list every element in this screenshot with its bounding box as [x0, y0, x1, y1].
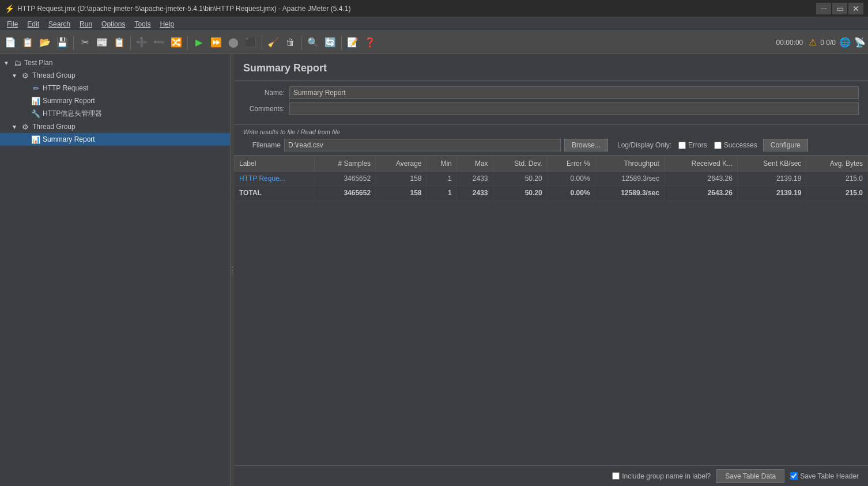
name-input[interactable]: [289, 86, 859, 99]
col-sent-kb[interactable]: Sent KB/sec: [737, 156, 806, 172]
save-header-checkbox[interactable]: [790, 472, 798, 480]
tree-item-http-request[interactable]: ✏ HTTP Request: [0, 82, 230, 94]
cell-label-total: TOTAL: [235, 186, 315, 200]
open-template-button[interactable]: 📋: [20, 35, 36, 51]
tree-sidebar: ▼ 🗂 Test Plan ▼ ⚙ Thread Group ✏ HTTP Re…: [0, 54, 231, 486]
successes-checkbox[interactable]: [714, 142, 722, 149]
save-header-checkbox-container[interactable]: Save Table Header: [790, 472, 859, 480]
shutdown-button[interactable]: ⬛: [243, 35, 259, 51]
successes-label: Successes: [724, 141, 757, 149]
save-table-data-button[interactable]: Save Table Data: [716, 469, 784, 483]
cell-throughput-total: 12589.3/sec: [595, 186, 664, 200]
toolbar-separator-5: [301, 36, 302, 50]
menu-file[interactable]: File: [2, 19, 22, 29]
col-average[interactable]: Average: [376, 156, 427, 172]
clear-all-button[interactable]: 🗑: [282, 35, 299, 51]
close-button[interactable]: ✕: [848, 3, 863, 14]
menu-search[interactable]: Search: [44, 19, 75, 29]
configure-button[interactable]: Configure: [763, 139, 808, 151]
new-button[interactable]: 📄: [2, 35, 18, 51]
error-count: 0 0/0: [820, 39, 836, 47]
col-received-kb[interactable]: Received K...: [664, 156, 737, 172]
errors-checkbox-container[interactable]: Errors: [678, 141, 707, 149]
comments-input[interactable]: [289, 102, 859, 115]
cell-min-0: 1: [427, 172, 456, 186]
cell-sent-kb-total: 2139.19: [737, 186, 806, 200]
stop-button[interactable]: ⬤: [225, 35, 241, 51]
tree-item-test-plan[interactable]: ▼ 🗂 Test Plan: [0, 56, 230, 69]
menu-tools[interactable]: Tools: [130, 19, 155, 29]
summary-table: Label # Samples Average Min Max Std. Dev…: [234, 155, 868, 200]
toggle-test-plan: ▼: [2, 59, 10, 67]
window-title: HTTP Request.jmx (D:\apache-jmeter-5\apa…: [17, 5, 815, 13]
filename-input[interactable]: [284, 139, 561, 151]
file-row: Filename Browse... Log/Display Only: Err…: [243, 139, 859, 151]
toggle-button[interactable]: 🔀: [168, 35, 184, 51]
table-header-row: Label # Samples Average Min Max Std. Dev…: [235, 156, 868, 172]
main-layout: ▼ 🗂 Test Plan ▼ ⚙ Thread Group ✏ HTTP Re…: [0, 54, 868, 486]
cell-max-total: 2433: [456, 186, 493, 200]
cell-max-0: 2433: [456, 172, 493, 186]
search-button[interactable]: 🔍: [305, 35, 321, 51]
name-row: Name:: [243, 86, 859, 99]
include-group-checkbox[interactable]: [612, 472, 620, 480]
browse-button[interactable]: Browse...: [564, 139, 608, 151]
paste-button[interactable]: 📋: [111, 35, 127, 51]
open-button[interactable]: 📂: [37, 35, 53, 51]
thread-group-1-label: Thread Group: [32, 71, 76, 79]
comments-label: Comments:: [243, 105, 289, 113]
table-row: HTTP Reque... 3465652 158 1 2433 50.20 0…: [235, 172, 868, 186]
col-error-pct[interactable]: Error %: [547, 156, 595, 172]
col-max[interactable]: Max: [456, 156, 493, 172]
test-plan-label: Test Plan: [24, 59, 52, 67]
toggle-thread-group-1: ▼: [10, 71, 18, 79]
maximize-button[interactable]: ▭: [832, 3, 847, 14]
menu-options[interactable]: Options: [97, 19, 130, 29]
cut-button[interactable]: ✂: [77, 35, 93, 51]
cell-min-total: 1: [427, 186, 456, 200]
report-panel: Summary Report Name: Comments: Write res…: [234, 54, 868, 465]
col-stddev[interactable]: Std. Dev.: [493, 156, 547, 172]
reset-search-button[interactable]: 🔄: [322, 35, 338, 51]
summary-report-1-icon: 📊: [31, 96, 40, 105]
menu-help[interactable]: Help: [155, 19, 179, 29]
errors-checkbox[interactable]: [678, 142, 686, 149]
expand-button[interactable]: ➕: [134, 35, 150, 51]
clear-button[interactable]: 🧹: [265, 35, 281, 51]
cell-stddev-0: 50.20: [493, 172, 547, 186]
tree-item-summary-report-2[interactable]: 📊 Summary Report: [0, 133, 230, 146]
successes-checkbox-container[interactable]: Successes: [714, 141, 757, 149]
toggle-summary-report-2: [21, 135, 29, 143]
include-group-checkbox-container[interactable]: Include group name in label?: [612, 472, 711, 480]
help-button[interactable]: ❓: [362, 35, 378, 51]
function-helper-button[interactable]: 📝: [345, 35, 361, 51]
cell-average-0: 158: [376, 172, 427, 186]
menu-run[interactable]: Run: [75, 19, 97, 29]
warning-icon: ⚠: [809, 37, 817, 48]
start-no-pause-button[interactable]: ⏩: [208, 35, 224, 51]
col-label[interactable]: Label: [235, 156, 315, 172]
http-header-label: HTTP信息头管理器: [43, 109, 102, 119]
cell-avg-bytes-total: 215.0: [806, 186, 868, 200]
col-throughput[interactable]: Throughput: [595, 156, 664, 172]
tree-item-thread-group-1[interactable]: ▼ ⚙ Thread Group: [0, 69, 230, 82]
cell-stddev-total: 50.20: [493, 186, 547, 200]
tree-item-thread-group-2[interactable]: ▼ ⚙ Thread Group: [0, 120, 230, 133]
tree-item-summary-report-1[interactable]: 📊 Summary Report: [0, 94, 230, 107]
toolbar-right: 00:00:00 ⚠ 0 0/0 🌐 📡: [776, 37, 866, 48]
col-avg-bytes[interactable]: Avg. Bytes: [806, 156, 868, 172]
tree-item-http-header-manager[interactable]: 🔧 HTTP信息头管理器: [0, 107, 230, 120]
save-header-label: Save Table Header: [800, 472, 859, 480]
minimize-button[interactable]: ─: [816, 3, 831, 14]
collapse-button[interactable]: ➖: [151, 35, 167, 51]
col-samples[interactable]: # Samples: [315, 156, 376, 172]
cell-label-0: HTTP Reque...: [235, 172, 315, 186]
menu-edit[interactable]: Edit: [22, 19, 44, 29]
col-min[interactable]: Min: [427, 156, 456, 172]
copy-button[interactable]: 📰: [94, 35, 110, 51]
save-button[interactable]: 💾: [54, 35, 70, 51]
app-icon: ⚡: [5, 4, 14, 13]
start-button[interactable]: ▶: [191, 35, 207, 51]
toolbar-separator-6: [341, 36, 342, 50]
summary-report-1-label: Summary Report: [43, 97, 95, 105]
